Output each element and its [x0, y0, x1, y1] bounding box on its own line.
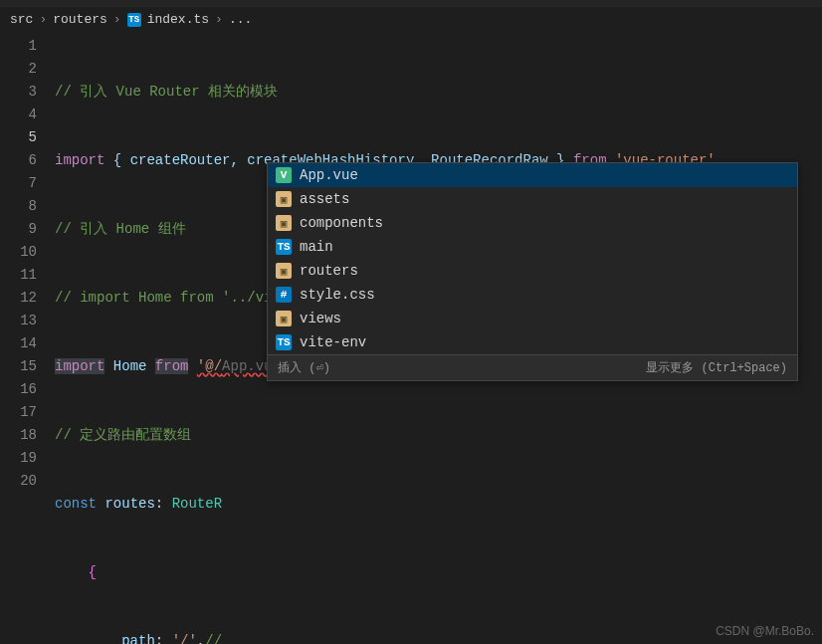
breadcrumb-seg[interactable]: ...: [229, 12, 252, 27]
autocomplete-item[interactable]: TS vite-env: [268, 330, 797, 354]
autocomplete-label: views: [300, 311, 341, 326]
autocomplete-item[interactable]: ▣ components: [268, 211, 797, 235]
autocomplete-label: main: [300, 239, 333, 255]
breadcrumb-seg[interactable]: src: [10, 12, 33, 27]
breadcrumb-seg[interactable]: routers: [53, 12, 107, 27]
autocomplete-item[interactable]: TS main: [268, 235, 797, 259]
css-icon: #: [276, 287, 292, 303]
vue-icon: V: [276, 167, 292, 183]
chevron-right-icon: ›: [113, 12, 121, 27]
autocomplete-label: routers: [300, 263, 358, 279]
breadcrumb-seg[interactable]: index.ts: [147, 12, 209, 27]
folder-icon: ▣: [276, 263, 292, 279]
autocomplete-item[interactable]: # style.css: [268, 283, 797, 307]
folder-icon: ▣: [276, 215, 292, 231]
autocomplete-popup[interactable]: V App.vue ▣ assets ▣ components TS main …: [267, 162, 798, 381]
autocomplete-label: style.css: [300, 287, 375, 303]
chevron-right-icon: ›: [39, 12, 47, 27]
autocomplete-label: assets: [300, 191, 349, 207]
watermark: CSDN @Mr.BoBo.: [716, 624, 814, 638]
show-more-hint[interactable]: 显示更多 (Ctrl+Space): [646, 359, 787, 376]
autocomplete-item[interactable]: ▣ routers: [268, 259, 797, 283]
folder-icon: ▣: [276, 311, 292, 326]
insert-hint: 插入 (⏎): [278, 359, 330, 376]
autocomplete-item[interactable]: ▣ assets: [268, 187, 797, 211]
autocomplete-label: App.vue: [300, 167, 358, 183]
autocomplete-item[interactable]: V App.vue: [268, 163, 797, 187]
typescript-icon: TS: [276, 334, 292, 350]
autocomplete-label: components: [300, 215, 383, 231]
autocomplete-footer: 插入 (⏎) 显示更多 (Ctrl+Space): [268, 354, 797, 380]
autocomplete-label: vite-env: [300, 334, 366, 350]
folder-icon: ▣: [276, 191, 292, 207]
chevron-right-icon: ›: [215, 12, 223, 27]
typescript-icon: TS: [276, 239, 292, 255]
autocomplete-item[interactable]: ▣ views: [268, 307, 797, 330]
tabs-area: [0, 0, 822, 8]
typescript-icon: TS: [127, 13, 141, 27]
line-gutter: 1 2 3 4 5 6 7 8 9 10 11 12 13 14 15 16 1…: [0, 31, 55, 644]
breadcrumb[interactable]: src › routers › TS index.ts › ...: [0, 8, 822, 31]
code-comment: // 引入 Vue Router 相关的模块: [55, 84, 278, 100]
